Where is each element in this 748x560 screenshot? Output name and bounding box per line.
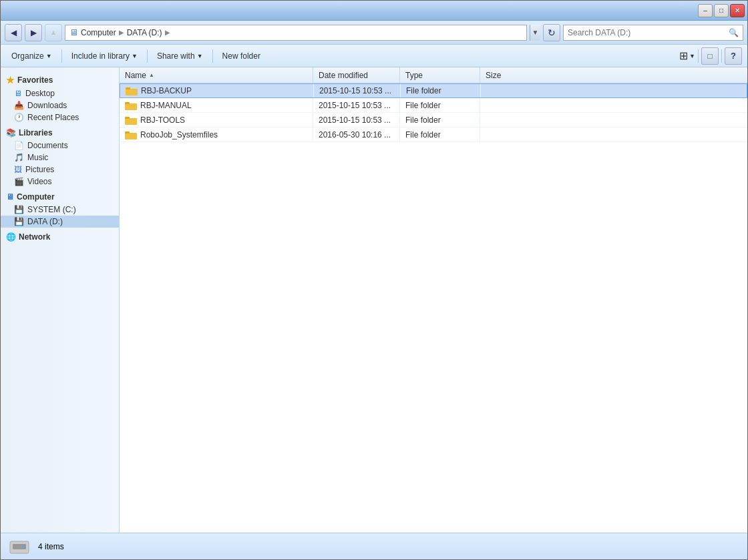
address-dropdown-button[interactable]: ▼ <box>530 25 540 41</box>
libraries-icon: 📚 <box>6 128 16 137</box>
breadcrumb-computer[interactable]: Computer <box>81 28 116 37</box>
file-date-text: 2016-05-30 10:16 ... <box>319 130 391 139</box>
svg-point-10 <box>23 545 25 548</box>
svg-rect-2 <box>125 103 137 110</box>
file-type-text: File folder <box>405 115 441 125</box>
svg-rect-5 <box>125 117 130 119</box>
svg-rect-3 <box>125 102 130 104</box>
table-row[interactable]: RoboJob_Systemfiles 2016-05-30 10:16 ...… <box>120 127 747 142</box>
network-header[interactable]: 🌐 Network <box>1 230 119 244</box>
column-headers: Name ▲ Date modified Type Size <box>120 67 747 83</box>
col-type-label: Type <box>405 71 423 80</box>
share-with-button[interactable]: Share with ▼ <box>152 47 208 65</box>
help-button[interactable]: ? <box>725 47 742 65</box>
downloads-label: Downloads <box>27 101 67 110</box>
svg-rect-7 <box>125 131 130 133</box>
sort-arrow-icon: ▲ <box>149 72 154 78</box>
sidebar: ★ Favorites 🖥 Desktop 📥 Downloads 🕐 Rece… <box>1 67 120 533</box>
favorites-label: Favorites <box>17 75 53 85</box>
file-type-cell: File folder <box>400 127 480 142</box>
file-type-text: File folder <box>406 86 441 95</box>
sidebar-item-videos[interactable]: 🎬 Videos <box>1 176 119 188</box>
breadcrumb-drive[interactable]: DATA (D:) <box>127 28 162 37</box>
libraries-section: 📚 Libraries 📄 Documents 🎵 Music 🖼 Pictur… <box>1 126 119 188</box>
file-name-text: RBJ-MANUAL <box>140 101 192 110</box>
data-drive-icon: 💾 <box>14 217 24 226</box>
favorites-section: ★ Favorites 🖥 Desktop 📥 Downloads 🕐 Rece… <box>1 73 119 123</box>
back-button[interactable]: ◀ <box>5 24 22 41</box>
computer-section: 🖥 Computer 💾 SYSTEM (C:) 💾 DATA (D:) <box>1 190 119 228</box>
sidebar-item-system-c[interactable]: 💾 SYSTEM (C:) <box>1 204 119 216</box>
table-row[interactable]: RBJ-BACKUP 2015-10-15 10:53 ... File fol… <box>120 83 747 98</box>
column-name[interactable]: Name ▲ <box>120 67 313 83</box>
preview-icon: □ <box>707 51 712 61</box>
minimize-button[interactable]: – <box>698 4 713 17</box>
file-date-cell: 2015-10-15 10:53 ... <box>314 84 401 97</box>
sidebar-item-recent-places[interactable]: 🕐 Recent Places <box>1 111 119 123</box>
libraries-header[interactable]: 📚 Libraries <box>1 126 119 139</box>
title-bar: – □ ✕ <box>1 1 747 21</box>
sidebar-item-desktop[interactable]: 🖥 Desktop <box>1 87 119 99</box>
refresh-button[interactable]: ↻ <box>543 24 560 41</box>
file-size-cell <box>480 98 747 112</box>
file-size-cell <box>481 84 747 97</box>
sidebar-item-music[interactable]: 🎵 Music <box>1 152 119 164</box>
search-icon: 🔍 <box>729 28 739 37</box>
computer-label: Computer <box>17 192 55 202</box>
file-date-text: 2015-10-15 10:53 ... <box>319 86 391 95</box>
views-dropdown-icon: ▼ <box>689 53 695 59</box>
column-type[interactable]: Type <box>400 67 480 83</box>
organize-button[interactable]: Organize ▼ <box>6 47 57 65</box>
file-type-cell: File folder <box>401 84 481 97</box>
new-folder-button[interactable]: New folder <box>217 47 266 65</box>
address-bar: ◀ ▶ ▲ 🖥 Computer ▶ DATA (D:) ▶ ▼ ↻ 🔍 <box>1 21 747 45</box>
window-controls: – □ ✕ <box>698 4 745 17</box>
views-control[interactable]: ⊞ ▼ <box>679 49 695 62</box>
file-date-cell: 2016-05-30 10:16 ... <box>313 127 400 142</box>
file-type-cell: File folder <box>400 98 480 112</box>
sidebar-item-pictures[interactable]: 🖼 Pictures <box>1 164 119 176</box>
file-name-cell: RBJ-BACKUP <box>120 84 314 97</box>
computer-sidebar-icon: 🖥 <box>6 192 14 202</box>
sidebar-item-documents[interactable]: 📄 Documents <box>1 139 119 152</box>
breadcrumb-sep1: ▶ <box>119 29 124 36</box>
search-box[interactable]: 🔍 <box>563 25 743 41</box>
videos-icon: 🎬 <box>14 177 24 186</box>
address-breadcrumb[interactable]: 🖥 Computer ▶ DATA (D:) ▶ <box>65 25 527 41</box>
up-button[interactable]: ▲ <box>45 24 62 41</box>
search-input[interactable] <box>568 28 726 37</box>
file-name-cell: RBJ-TOOLS <box>120 113 313 127</box>
close-button[interactable]: ✕ <box>730 4 745 17</box>
network-section: 🌐 Network <box>1 230 119 244</box>
toolbar-separator-4 <box>698 49 699 63</box>
status-drive-icon <box>9 536 30 557</box>
maximize-button[interactable]: □ <box>714 4 729 17</box>
folder-icon <box>126 86 138 95</box>
table-row[interactable]: RBJ-TOOLS 2015-10-15 10:53 ... File fold… <box>120 113 747 127</box>
sidebar-item-data-d[interactable]: 💾 DATA (D:) <box>1 216 119 228</box>
status-item-count: 4 items <box>38 542 64 551</box>
share-with-dropdown-icon: ▼ <box>197 53 203 59</box>
forward-button[interactable]: ▶ <box>25 24 42 41</box>
file-date-text: 2015-10-15 10:53 ... <box>319 101 391 110</box>
file-list: RBJ-BACKUP 2015-10-15 10:53 ... File fol… <box>120 83 747 533</box>
sidebar-item-downloads[interactable]: 📥 Downloads <box>1 99 119 111</box>
breadcrumb-sep2: ▶ <box>165 29 170 36</box>
libraries-label: Libraries <box>19 128 53 137</box>
music-icon: 🎵 <box>14 153 24 162</box>
desktop-icon: 🖥 <box>14 89 22 98</box>
table-row[interactable]: RBJ-MANUAL 2015-10-15 10:53 ... File fol… <box>120 98 747 113</box>
star-icon: ★ <box>6 75 15 85</box>
computer-header[interactable]: 🖥 Computer <box>1 190 119 204</box>
col-name-label: Name <box>125 71 146 80</box>
file-size-cell <box>480 127 747 142</box>
toolbar-separator-1 <box>61 49 62 63</box>
favorites-header[interactable]: ★ Favorites <box>1 73 119 87</box>
include-library-button[interactable]: Include in library ▼ <box>66 47 143 65</box>
column-size[interactable]: Size <box>480 67 747 83</box>
organize-label: Organize <box>11 51 44 61</box>
views-icon: ⊞ <box>679 49 688 62</box>
documents-icon: 📄 <box>14 141 24 150</box>
column-date-modified[interactable]: Date modified <box>313 67 400 83</box>
preview-pane-button[interactable]: □ <box>701 47 719 65</box>
